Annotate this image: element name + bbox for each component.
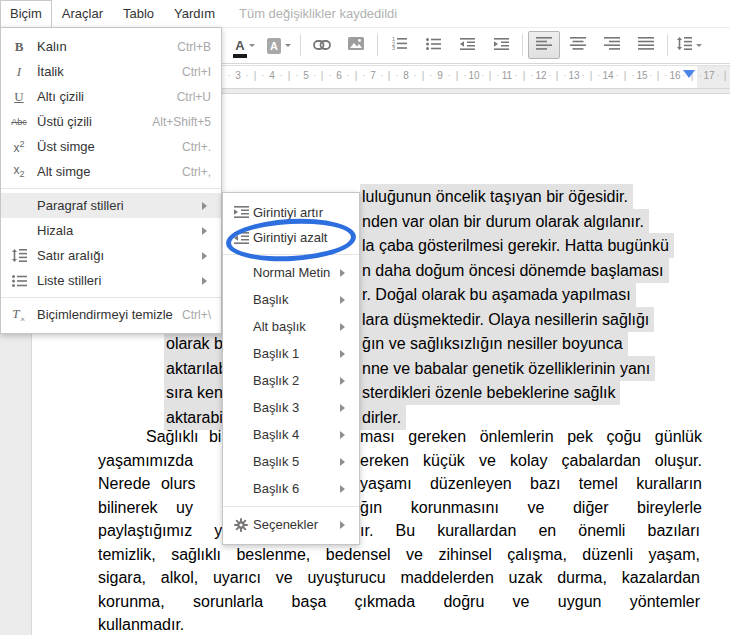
- menu-item-label: Başlık 4: [253, 427, 334, 442]
- menu-item-alt-simge[interactable]: x2 Alt simge Ctrl+,: [1, 159, 221, 184]
- submenu-arrow-icon: [340, 458, 349, 466]
- insert-image-icon: [348, 36, 364, 54]
- ruler-tick: |: [556, 70, 559, 81]
- menubar: BiçimAraçlarTabloYardım Tüm değişiklikle…: [0, 0, 730, 28]
- menu-item-baslik-4[interactable]: Başlık 4: [223, 421, 359, 448]
- ruler-tick: 5: [303, 70, 309, 81]
- menu-item-ust-simge[interactable]: x2 Üst simge Ctrl+.: [1, 134, 221, 159]
- ruler-tick: ·: [597, 70, 600, 81]
- line-spacing-button[interactable]: [673, 31, 706, 59]
- menu-item-shortcut: Ctrl+I: [182, 65, 211, 79]
- ruler-tick: 13: [568, 70, 579, 81]
- highlight-color-button[interactable]: A: [263, 31, 295, 59]
- list-styles-icon: [1, 275, 37, 287]
- align-justify-button[interactable]: [630, 31, 662, 59]
- menu-item-label: Seçenekler: [253, 517, 334, 532]
- menu-tablo[interactable]: Tablo: [113, 0, 164, 27]
- text-color-button[interactable]: A: [229, 31, 261, 59]
- ruler-tick: |: [590, 70, 593, 81]
- menu-item-baslik[interactable]: Başlık: [223, 286, 359, 313]
- ruler-tick: ·: [716, 70, 719, 81]
- menu-item-liste-stilleri[interactable]: Liste stilleri: [1, 268, 221, 293]
- align-right-icon: [604, 36, 620, 54]
- menu-item-baslik-6[interactable]: Başlık 6: [223, 475, 359, 502]
- align-left-icon: [536, 36, 552, 54]
- separator: [522, 34, 523, 56]
- menu-item-label: Başlık 1: [253, 346, 334, 361]
- submenu-arrow-icon: [340, 296, 349, 304]
- menu-item-hizala[interactable]: Hizala: [1, 218, 221, 243]
- menu-item-alt-baslik[interactable]: Alt başlık: [223, 313, 359, 340]
- menu-item-baslik-2[interactable]: Başlık 2: [223, 367, 359, 394]
- menu-item-baslik-1[interactable]: Başlık 1: [223, 340, 359, 367]
- line-spacing-icon: [677, 36, 692, 54]
- decrease-indent-button[interactable]: [451, 31, 483, 59]
- menu-item-label: Biçimlendirmeyi temizle: [37, 307, 182, 322]
- menu-item-italik[interactable]: I İtalik Ctrl+I: [1, 59, 221, 84]
- highlight-color-icon: A: [267, 36, 281, 54]
- separator: [1, 188, 221, 189]
- menu-item-alti-cizili[interactable]: U Altı çizili Ctrl+U: [1, 84, 221, 109]
- ruler-tick: |: [624, 70, 627, 81]
- ruler-tick: ·: [245, 70, 248, 81]
- ruler-tick: |: [456, 70, 459, 81]
- menu-item-ustu-cizili[interactable]: Abc Üstü çizili Alt+Shift+5: [1, 109, 221, 134]
- menu-item-baslik-3[interactable]: Başlık 3: [223, 394, 359, 421]
- ruler-tick: ·: [395, 70, 398, 81]
- submenu-arrow-icon: [202, 202, 211, 210]
- menu-item-bicimlendirmeyi-temizle[interactable]: T× Biçimlendirmeyi temizle Ctrl+\: [1, 302, 221, 327]
- submenu-arrow-icon: [202, 252, 211, 260]
- increase-indent-button[interactable]: [485, 31, 517, 59]
- superscript-icon: x2: [1, 139, 37, 155]
- align-justify-icon: [638, 36, 654, 54]
- menu-item-baslik-5[interactable]: Başlık 5: [223, 448, 359, 475]
- subscript-icon: x2: [1, 163, 37, 179]
- ruler-tick: 17: [703, 70, 714, 81]
- ruler-tick: 6: [336, 70, 342, 81]
- menu-item-shortcut: Ctrl+B: [177, 40, 211, 54]
- menu-item-label: Altı çizili: [37, 89, 177, 104]
- ruler-tick: 12: [535, 70, 546, 81]
- ruler-tick: 15: [636, 70, 647, 81]
- align-center-button[interactable]: [562, 31, 594, 59]
- menu-item-satir-araligi[interactable]: Satır aralığı: [1, 243, 221, 268]
- menu-item-label: Liste stilleri: [37, 273, 196, 288]
- menu-item-label: Kalın: [37, 39, 177, 54]
- menu-item-kalin[interactable]: B Kalın Ctrl+B: [1, 34, 221, 59]
- separator: [667, 34, 668, 56]
- ruler-tick: ·: [631, 70, 634, 81]
- submenu-arrow-icon: [340, 485, 349, 493]
- save-status: Tüm değişiklikler kaydedildi: [225, 0, 397, 27]
- ruler-tick: ·: [530, 70, 533, 81]
- menu-yardim[interactable]: Yardım: [164, 0, 225, 27]
- ruler-tick: |: [288, 70, 291, 81]
- ruler-tick: ·: [328, 70, 331, 81]
- numbered-list-button[interactable]: 123: [383, 31, 415, 59]
- dropdown-caret-icon: [249, 44, 255, 50]
- ruler-tick: 8: [403, 70, 409, 81]
- insert-link-icon: [313, 36, 331, 54]
- ruler-tick: ·: [362, 70, 365, 81]
- menu-araclar[interactable]: Araçlar: [52, 0, 113, 27]
- align-left-button[interactable]: [528, 31, 560, 59]
- submenu-arrow-icon: [340, 431, 349, 439]
- right-indent-marker[interactable]: [683, 70, 695, 84]
- menu-bicim[interactable]: Biçim: [0, 0, 52, 27]
- increase-indent-icon: [229, 206, 253, 218]
- strikethrough-icon: Abc: [1, 117, 37, 127]
- bullet-list-button[interactable]: [417, 31, 449, 59]
- menu-item-secenekler[interactable]: Seçenekler: [223, 511, 359, 538]
- menu-item-label: Hizala: [37, 223, 196, 238]
- insert-link-button[interactable]: [306, 31, 338, 59]
- decrease-indent-icon: [460, 36, 475, 54]
- menu-item-paragraf-stilleri[interactable]: Paragraf stilleri: [1, 193, 221, 218]
- align-right-button[interactable]: [596, 31, 628, 59]
- insert-image-button[interactable]: [340, 31, 372, 59]
- menu-item-label: Girintiyi artır: [253, 205, 349, 220]
- menu-item-shortcut: Ctrl+U: [177, 90, 211, 104]
- menubar-items: BiçimAraçlarTabloYardım: [0, 0, 225, 27]
- menu-item-normal-metin[interactable]: Normal Metin: [223, 259, 359, 286]
- ruler-tick: ·: [227, 70, 230, 81]
- ruler-tick: 9: [437, 70, 443, 81]
- ruler-tick: ·: [496, 70, 499, 81]
